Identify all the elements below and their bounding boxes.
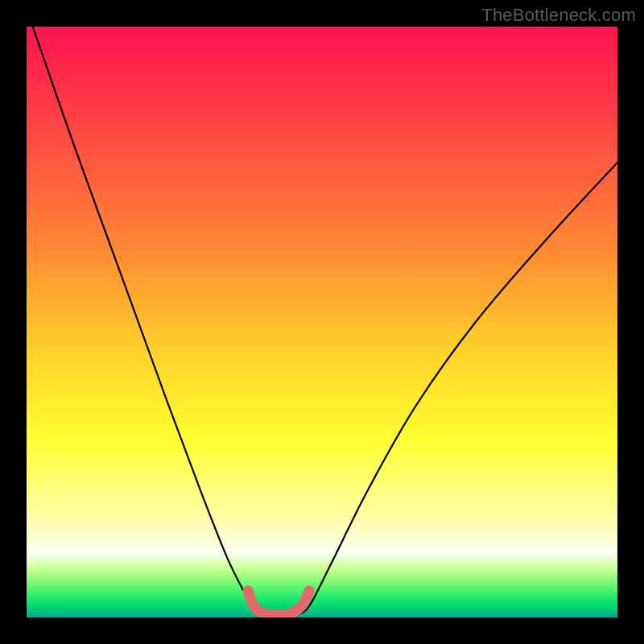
chart-stage: TheBottleneck.com <box>0 0 644 644</box>
curve-svg <box>27 27 617 617</box>
plot-area <box>27 27 617 617</box>
bottleneck-curve-path <box>27 27 617 616</box>
watermark-text: TheBottleneck.com <box>481 5 636 26</box>
bottom-highlight-path <box>248 591 309 615</box>
